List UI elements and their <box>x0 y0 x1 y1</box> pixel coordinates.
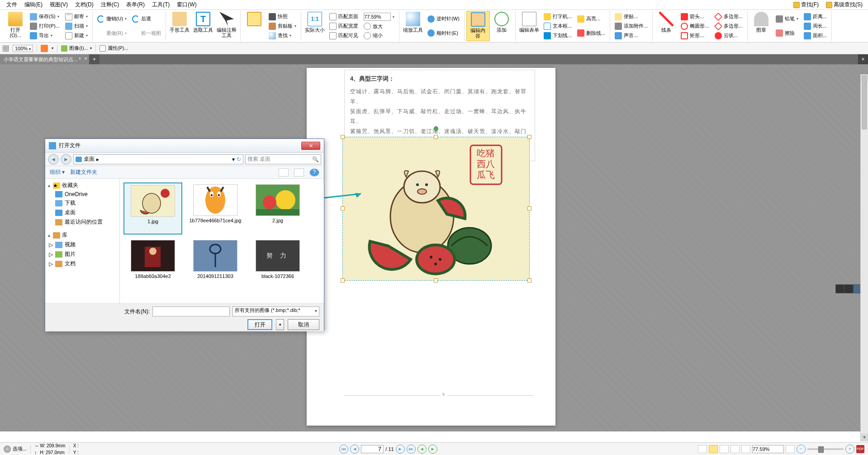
color-swatch[interactable] <box>41 45 48 52</box>
mail-button[interactable]: 邮寄▾ <box>63 12 90 21</box>
menu-window[interactable]: 窗口(W) <box>173 0 200 10</box>
view-continuous-button[interactable] <box>709 445 718 453</box>
dialog-close-button[interactable]: ✕ <box>301 142 320 150</box>
tree-library[interactable]: ▲库 <box>45 230 119 240</box>
quick-tool-1[interactable] <box>836 285 844 293</box>
preview-pane-button[interactable] <box>294 168 304 177</box>
scroll-thumb[interactable] <box>862 75 867 129</box>
select-tool[interactable]: T选取工具 <box>191 11 215 41</box>
tree-documents[interactable]: ▷文档 <box>45 259 119 268</box>
search-icon[interactable]: 🔍 <box>312 156 319 163</box>
menu-tools[interactable]: 工具(T) <box>148 0 173 10</box>
fit-page-status-button[interactable] <box>786 445 795 453</box>
export-button[interactable]: 导出▾ <box>28 31 62 40</box>
polygon-button[interactable]: 多边形... <box>713 22 745 31</box>
rect-button[interactable]: 矩形... <box>679 31 711 40</box>
first-page-button[interactable]: ⏮ <box>339 445 348 454</box>
scroll-down-icon[interactable]: ▼ <box>861 434 868 441</box>
undo-button[interactable]: 撤销(U)▾ <box>95 14 128 24</box>
menu-edit[interactable]: 编辑(E) <box>21 0 46 10</box>
zoom-in-button[interactable]: 放大 <box>362 22 396 31</box>
tree-recent[interactable]: 最近访问的位置 <box>45 217 119 227</box>
menu-file[interactable]: 文件 <box>3 0 21 10</box>
zoom-in-status-button[interactable]: + <box>845 445 854 454</box>
polyline-button[interactable]: 多边形... <box>713 12 745 21</box>
highlight-button[interactable]: 高亮... <box>575 14 607 24</box>
resize-handle-tc[interactable] <box>434 135 438 139</box>
pdf-badge[interactable]: PDF <box>856 445 864 453</box>
view-facing-button[interactable] <box>720 445 729 453</box>
cloud-button[interactable]: 云状... <box>713 31 745 40</box>
strike-button[interactable]: 删除线... <box>575 29 607 38</box>
organize-button[interactable]: 组织 ▾ <box>50 168 65 176</box>
resize-handle-bl[interactable] <box>341 278 345 283</box>
resize-handle-mr[interactable] <box>527 206 531 211</box>
view-facing-cont-button[interactable] <box>730 445 740 453</box>
typewriter-button[interactable]: 打字机... <box>542 12 574 21</box>
distance-button[interactable]: 距离... <box>802 12 829 21</box>
file-item-2[interactable]: 1b778ee466b71ce4.jpg <box>186 182 245 235</box>
help-button[interactable]: ? <box>309 168 319 177</box>
ellipse-button[interactable]: 椭圆形... <box>679 22 711 31</box>
document-tab[interactable]: 小学语文需要掌握的典型知识点... * × <box>0 54 90 64</box>
eraser-button[interactable]: 擦除 <box>774 29 800 38</box>
annotation-tool[interactable] <box>242 11 266 41</box>
view-mode-button[interactable] <box>279 168 289 177</box>
dialog-titlebar[interactable]: 打开文件 ✕ <box>45 139 324 153</box>
nav-forward-button[interactable]: ► <box>61 154 71 165</box>
scan-button[interactable]: 扫描▾ <box>63 22 90 31</box>
add-button[interactable]: 添加 <box>490 11 513 41</box>
open-dropdown[interactable]: ▾ <box>276 319 284 330</box>
nav-back-button[interactable]: ◄ <box>48 154 59 165</box>
new-folder-button[interactable]: 新建文件夹 <box>70 168 97 176</box>
underline-button[interactable]: 下划线... <box>542 31 574 40</box>
tree-favorites[interactable]: ▲★收藏夹 <box>45 181 119 190</box>
path-dropdown-icon[interactable]: ▾ <box>232 156 235 163</box>
zoom-out-button[interactable]: 缩小 <box>362 31 396 40</box>
hand-tool[interactable]: 手形工具 <box>168 11 191 41</box>
menu-find[interactable]: 查找(F) <box>791 0 821 10</box>
resize-handle-bc[interactable] <box>434 278 438 283</box>
new-button[interactable]: 新建▾ <box>63 31 90 40</box>
perimeter-button[interactable]: 周长... <box>802 22 829 31</box>
attach-button[interactable]: 添加附件... <box>613 22 650 31</box>
menu-view[interactable]: 视图(V) <box>46 0 71 10</box>
refresh-icon[interactable]: ↻ <box>237 156 241 163</box>
tree-pictures[interactable]: ▷图片 <box>45 249 119 259</box>
arrow-button[interactable]: 箭头... <box>679 12 711 21</box>
actual-size-button[interactable]: 1:1实际大小 <box>303 11 327 41</box>
file-item-3[interactable]: 2.jpg <box>248 182 307 235</box>
area-button[interactable]: 面积... <box>802 31 829 40</box>
filename-input[interactable] <box>152 307 230 316</box>
resize-handle-tr[interactable] <box>527 135 531 139</box>
properties-button[interactable]: 属性(P)... <box>100 45 128 52</box>
fit-page-button[interactable]: 匹配页面 <box>327 12 360 21</box>
quick-tools[interactable] <box>835 284 863 293</box>
tree-downloads[interactable]: 下载 <box>45 198 119 208</box>
find-button[interactable]: 查找▾ <box>267 31 298 40</box>
resize-handle-ml[interactable] <box>341 206 345 211</box>
open-button[interactable]: 打开 <box>247 319 272 330</box>
status-zoom-select[interactable] <box>752 445 784 453</box>
edit-content-button[interactable]: 编辑内容 <box>466 11 490 41</box>
tab-close-icon[interactable]: × <box>85 56 87 61</box>
open-button[interactable]: 打开(O)... <box>4 11 27 41</box>
back-button[interactable]: 后退 <box>130 14 163 24</box>
lines-button[interactable]: 线条 <box>655 11 678 41</box>
textbox-button[interactable]: 文本框... <box>542 22 574 31</box>
tab-add-button[interactable]: + <box>90 54 100 64</box>
page-input[interactable] <box>361 445 384 453</box>
rotate-handle[interactable] <box>434 126 438 131</box>
tab-close-all-button[interactable]: × <box>858 54 868 64</box>
signature-button[interactable]: 图章 <box>749 11 773 41</box>
tree-video[interactable]: ▷视频 <box>45 240 119 249</box>
note-button[interactable]: 便贴... <box>613 12 650 21</box>
clipboard-button[interactable]: 剪贴板▾ <box>267 22 298 31</box>
save-button[interactable]: 保存(S)▾ <box>28 12 62 21</box>
prop-zoom[interactable]: 100% ▾ <box>13 45 33 52</box>
file-item-1[interactable]: 1.jpg <box>123 182 182 235</box>
menu-form[interactable]: 表单(R) <box>123 0 148 10</box>
breadcrumb-path[interactable]: 桌面 ▸ ▾ ↻ <box>73 154 243 164</box>
last-page-button[interactable]: ⏭ <box>407 445 416 454</box>
print-button[interactable]: 打印(P)... <box>28 22 62 31</box>
